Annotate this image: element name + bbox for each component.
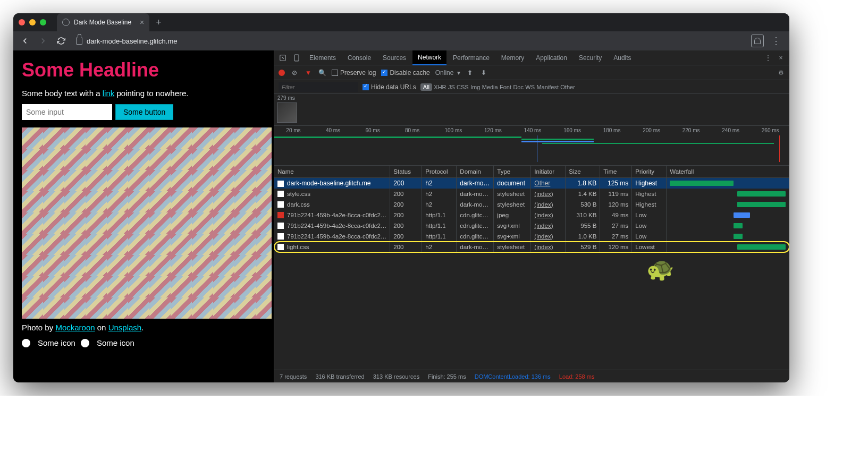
- hide-urls-label: Hide data URLs: [371, 83, 416, 91]
- col-waterfall[interactable]: Waterfall: [667, 166, 789, 178]
- preserve-log-checkbox[interactable]: Preserve log: [332, 69, 376, 76]
- col-name[interactable]: Name: [274, 166, 390, 178]
- disable-cache-checkbox[interactable]: Disable cache: [381, 69, 429, 76]
- credit-link-site[interactable]: Unsplash: [108, 323, 142, 332]
- overview-duration: 279 ms: [277, 95, 295, 101]
- page-headline: Some Headline: [22, 59, 265, 81]
- overview-strip[interactable]: 279 ms: [274, 94, 789, 126]
- table-row[interactable]: 791b2241-459b-4a2e-8cca-c0fdc2…200http/1…: [274, 231, 789, 242]
- cell: 119 ms: [600, 189, 632, 199]
- initiator-link[interactable]: (index): [534, 201, 553, 208]
- filter-type-all[interactable]: All: [420, 83, 432, 91]
- filter-type-js[interactable]: JS: [448, 84, 455, 90]
- initiator-link[interactable]: Other: [534, 180, 550, 187]
- filter-type-xhr[interactable]: XHR: [434, 84, 446, 90]
- filter-type-ws[interactable]: WS: [525, 84, 535, 90]
- filter-type-font[interactable]: Font: [500, 84, 511, 90]
- back-button[interactable]: [18, 33, 32, 48]
- new-tab-button[interactable]: +: [156, 17, 162, 28]
- cell: 1.4 KB: [566, 189, 600, 199]
- devtools-tab-sources[interactable]: Sources: [377, 51, 411, 65]
- url-box[interactable]: dark-mode-baseline.glitch.me: [72, 37, 178, 45]
- close-window-button[interactable]: [19, 19, 25, 25]
- settings-gear-icon[interactable]: ⚙: [777, 69, 785, 76]
- initiator-link[interactable]: (index): [534, 244, 553, 250]
- col-priority[interactable]: Priority: [632, 166, 667, 178]
- initiator-link[interactable]: (index): [534, 212, 553, 218]
- throttling-select[interactable]: Online ▾: [435, 69, 460, 76]
- cell: Low: [632, 231, 667, 242]
- col-initiator[interactable]: Initiator: [531, 166, 566, 178]
- table-row[interactable]: dark.css200h2dark-mo…stylesheet(index)53…: [274, 199, 789, 210]
- devtools-tab-network[interactable]: Network: [412, 50, 446, 65]
- table-row[interactable]: 791b2241-459b-4a2e-8cca-c0fdc2…200http/1…: [274, 220, 789, 231]
- inspect-icon[interactable]: [276, 54, 289, 62]
- screenshot-thumbnail[interactable]: [277, 103, 297, 123]
- table-row[interactable]: 791b2241-459b-4a2e-8cca-c0fdc2…200http/1…: [274, 210, 789, 220]
- device-icon[interactable]: [290, 54, 303, 62]
- table-row[interactable]: light.css200h2dark-mo…stylesheet(index)5…: [274, 242, 789, 252]
- timeline[interactable]: 20 ms40 ms60 ms80 ms100 ms120 ms140 ms16…: [274, 126, 789, 166]
- some-button[interactable]: Some button: [115, 104, 173, 120]
- cell: 200: [390, 220, 422, 231]
- reload-button[interactable]: [54, 33, 69, 48]
- minimize-window-button[interactable]: [29, 19, 36, 25]
- maximize-window-button[interactable]: [40, 19, 46, 25]
- credit-link-author[interactable]: Mockaroon: [55, 323, 95, 332]
- lock-icon: [76, 37, 82, 45]
- hide-data-urls-checkbox[interactable]: Hide data URLs: [363, 83, 416, 91]
- filter-type-img[interactable]: Img: [470, 84, 480, 90]
- network-toolbar: ⊘ ▼ 🔍 Preserve log Disable cache Online …: [274, 65, 789, 80]
- table-row[interactable]: style.css200h2dark-mo…stylesheet(index)1…: [274, 189, 789, 199]
- forward-button[interactable]: [36, 33, 50, 48]
- text-input[interactable]: [22, 104, 112, 120]
- filter-type-css[interactable]: CSS: [457, 84, 469, 90]
- record-button[interactable]: [279, 70, 285, 76]
- search-icon[interactable]: 🔍: [318, 69, 326, 76]
- filter-type-other[interactable]: Other: [560, 84, 575, 90]
- devtools-tab-elements[interactable]: Elements: [304, 51, 341, 65]
- cell: 530 B: [566, 199, 600, 210]
- col-status[interactable]: Status: [390, 166, 422, 178]
- initiator-link[interactable]: (index): [534, 233, 553, 240]
- filter-icon[interactable]: ▼: [304, 69, 313, 76]
- close-tab-icon[interactable]: ×: [140, 18, 144, 27]
- col-time[interactable]: Time: [600, 166, 632, 178]
- filter-type-manifest[interactable]: Manifest: [536, 84, 559, 90]
- devtools-tab-console[interactable]: Console: [342, 51, 376, 65]
- cell: http/1.1: [422, 231, 457, 242]
- initiator-link[interactable]: (index): [534, 223, 553, 229]
- filter-input[interactable]: [279, 82, 358, 92]
- initiator-link[interactable]: (index): [534, 191, 553, 197]
- col-domain[interactable]: Domain: [457, 166, 494, 178]
- download-icon[interactable]: ⬇: [479, 69, 488, 76]
- devtools-kebab-icon[interactable]: ⋮: [762, 54, 774, 62]
- devtools-tab-application[interactable]: Application: [530, 51, 572, 65]
- status-requests: 7 requests: [280, 373, 307, 380]
- filter-type-media[interactable]: Media: [482, 84, 498, 90]
- status-bar: 7 requests 316 KB transferred 313 KB res…: [274, 370, 789, 382]
- table-row[interactable]: dark-mode-baseline.glitch.me200h2dark-mo…: [274, 178, 789, 189]
- hero-image: [22, 127, 272, 319]
- browser-tab[interactable]: Dark Mode Baseline ×: [57, 13, 149, 31]
- filter-type-doc[interactable]: Doc: [513, 84, 524, 90]
- col-protocol[interactable]: Protocol: [422, 166, 457, 178]
- devtools-tab-performance[interactable]: Performance: [448, 51, 495, 65]
- col-size[interactable]: Size: [566, 166, 600, 178]
- status-transferred: 316 KB transferred: [315, 373, 364, 380]
- upload-icon[interactable]: ⬆: [466, 69, 474, 76]
- devtools-tab-audits[interactable]: Audits: [608, 51, 636, 65]
- devtools-close-icon[interactable]: ×: [774, 54, 787, 62]
- photo-credit: Photo by Mockaroon on Unsplash.: [22, 323, 265, 332]
- devtools-tab-security[interactable]: Security: [574, 51, 607, 65]
- devtools-tab-memory[interactable]: Memory: [496, 51, 529, 65]
- body-link[interactable]: link: [103, 89, 115, 98]
- account-icon[interactable]: [751, 35, 764, 47]
- clear-icon[interactable]: ⊘: [290, 69, 299, 76]
- file-icon: [277, 212, 284, 218]
- credit-pre: Photo by: [22, 323, 55, 332]
- col-type[interactable]: Type: [494, 166, 531, 178]
- kebab-menu-icon[interactable]: ⋮: [767, 35, 785, 47]
- cell: 791b2241-459b-4a2e-8cca-c0fdc2…: [274, 210, 390, 220]
- cell: light.css: [274, 242, 390, 252]
